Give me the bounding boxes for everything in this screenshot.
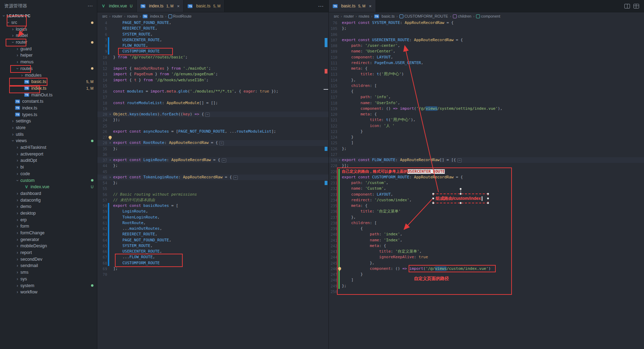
line-number[interactable]: 106 bbox=[329, 32, 337, 37]
sidebar-item-sys[interactable]: ›sys bbox=[0, 276, 97, 283]
code-text[interactable]: RootRoute, bbox=[113, 220, 146, 226]
code-text[interactable]: { bbox=[342, 226, 363, 231]
code-line-25[interactable]: 25 bbox=[97, 123, 328, 129]
line-number[interactable]: 24 bbox=[97, 117, 107, 123]
selection-handle[interactable] bbox=[487, 202, 489, 204]
code-line-108[interactable]: 108 path: '/user-center', bbox=[329, 43, 644, 49]
code-text[interactable]: meta: { bbox=[342, 112, 377, 117]
line-number[interactable]: 56 bbox=[97, 192, 107, 197]
line-number[interactable]: 35 bbox=[97, 146, 107, 152]
code-text[interactable]: children: [ bbox=[342, 83, 377, 89]
fold-collapsed-icon[interactable]: › bbox=[107, 157, 113, 163]
code-line-105[interactable]: 105}; bbox=[329, 26, 644, 31]
sidebar-item-router[interactable]: ›router bbox=[0, 39, 97, 46]
code-text[interactable]: title: '自定义菜单', bbox=[342, 249, 422, 254]
code-line-232[interactable]: 232 name: 'Custom', bbox=[329, 186, 644, 191]
line-number[interactable]: 68 bbox=[97, 260, 107, 266]
line-number[interactable]: 116 bbox=[329, 89, 337, 94]
code-text[interactable]: export const SYSTEM_ROUTE: AppRouteRecor… bbox=[342, 20, 454, 26]
sidebar-item-bi[interactable]: ›bi bbox=[0, 164, 97, 171]
breadcrumb-item-routes[interactable]: routes bbox=[359, 14, 370, 18]
fold-collapsed-icon[interactable]: › bbox=[337, 157, 342, 163]
line-number[interactable]: 118 bbox=[329, 100, 337, 106]
breadcrumb-item-customform-route[interactable]: CUSTOMFORM_ROUTE bbox=[399, 14, 448, 18]
sidebar-item-types-ts[interactable]: TStypes.ts bbox=[0, 111, 97, 118]
sidebar-item-sendmail[interactable]: ›sendmail bbox=[0, 262, 97, 269]
code-line-14[interactable]: 14import { t } from '/@/hooks/web/useI18… bbox=[97, 77, 328, 83]
line-number[interactable]: 126 bbox=[329, 146, 337, 152]
line-number[interactable]: 248 bbox=[329, 277, 337, 283]
code-line-116[interactable]: 116 { bbox=[329, 89, 644, 94]
code-text[interactable]: CUSTOMFORM_ROUTE bbox=[113, 260, 160, 266]
line-number[interactable]: 37 bbox=[97, 157, 107, 163]
lightbulb-icon[interactable] bbox=[109, 136, 112, 139]
code-text[interactable]: FLOW_ROUTE, bbox=[113, 43, 148, 49]
code-line-235[interactable]: 235 meta: { bbox=[329, 203, 644, 209]
line-number[interactable]: 20 bbox=[97, 112, 107, 117]
line-number[interactable]: 228 bbox=[329, 163, 337, 169]
fold-collapsed-icon[interactable]: › bbox=[107, 174, 113, 180]
code-line-245[interactable]: 245 }, bbox=[329, 260, 644, 266]
code-line-27[interactable]: 27 bbox=[97, 134, 328, 140]
code-text[interactable]: }; bbox=[113, 180, 118, 186]
code-text[interactable]: // 未经许可的基本路由 bbox=[113, 197, 155, 203]
sidebar-item-index-ts[interactable]: TSindex.ts1, M bbox=[0, 85, 97, 92]
line-number[interactable]: 25 bbox=[97, 123, 107, 129]
code-line-110[interactable]: 110 component: LAYOUT, bbox=[329, 55, 644, 60]
sidebar-item-demo[interactable]: ›demo bbox=[0, 203, 97, 210]
sidebar-item-workflow[interactable]: ›workflow bbox=[0, 289, 97, 296]
line-number[interactable]: 26 bbox=[97, 129, 107, 134]
code-text[interactable]: export const asyncRoutes = [PAGE_NOT_FOU… bbox=[113, 129, 276, 134]
line-number[interactable]: 231 bbox=[329, 180, 337, 186]
code-text[interactable]: REDIRECT_ROUTE, bbox=[113, 231, 157, 237]
sidebar-item-system[interactable]: ›system bbox=[0, 282, 97, 289]
code-line-240[interactable]: 240 path: 'index', bbox=[329, 231, 644, 237]
code-line-125[interactable]: 125 ] bbox=[329, 140, 644, 146]
code-line-112[interactable]: 112 meta: { bbox=[329, 66, 644, 71]
code-text[interactable]: name: 'UserInfo', bbox=[342, 100, 400, 106]
code-line-242[interactable]: 242 meta: { bbox=[329, 243, 644, 249]
line-number[interactable]: 14 bbox=[97, 77, 107, 83]
code-line-124[interactable]: 124 } bbox=[329, 134, 644, 140]
code-text[interactable]: TokenLoginRoute, bbox=[113, 215, 160, 220]
lightbulb-icon[interactable] bbox=[338, 267, 341, 270]
line-number[interactable]: 69 bbox=[97, 266, 107, 272]
breadcrumb-item-children[interactable]: children bbox=[453, 14, 471, 18]
sidebar-item-mainout-ts[interactable]: TSmainOut.ts bbox=[0, 91, 97, 98]
tab-basic-ts[interactable]: TSbasic.ts5, M bbox=[184, 0, 225, 12]
tab-index-ts[interactable]: TSindex.ts1, M× bbox=[137, 0, 184, 12]
code-line-44[interactable]: 44}; bbox=[97, 163, 328, 169]
code-text[interactable]: path: '/custom', bbox=[342, 180, 388, 186]
sidebar-item-model[interactable]: ›model bbox=[0, 32, 97, 39]
code-line-106[interactable]: 106 bbox=[329, 32, 644, 37]
line-number[interactable]: 117 bbox=[329, 94, 337, 100]
sidebar-item-activereport[interactable]: ›activereport bbox=[0, 151, 97, 157]
code-line-111[interactable]: 111 redirect: PageEnum.USER_CENTER, bbox=[329, 60, 644, 66]
code-text[interactable]: } from '/@/router/routes/basic'; bbox=[113, 55, 188, 60]
line-number[interactable]: 36 bbox=[97, 152, 107, 157]
code-text[interactable]: import { mainOutRoutes } from './mainOut… bbox=[113, 66, 211, 71]
selection-handle[interactable] bbox=[460, 202, 462, 204]
code-line-18[interactable]: 18const routeModuleList: AppRouteModule[… bbox=[97, 100, 328, 106]
code-line-239[interactable]: 239 { bbox=[329, 226, 644, 231]
sidebar-item-index-vue[interactable]: Vindex.vueU bbox=[0, 184, 97, 190]
code-text[interactable]: ]; bbox=[113, 266, 118, 272]
tab-basic-ts[interactable]: TSbasic.ts5, M× bbox=[329, 0, 376, 12]
sidebar-item-learun-pc[interactable]: ›LEARUN PC bbox=[0, 13, 97, 19]
line-number[interactable]: 242 bbox=[329, 243, 337, 249]
line-number[interactable]: 13 bbox=[97, 71, 107, 77]
line-number[interactable]: 57 bbox=[97, 197, 107, 203]
line-number[interactable]: 235 bbox=[329, 203, 337, 209]
code-line-66[interactable]: 66 USERCENTER_ROUTE, bbox=[97, 249, 328, 254]
code-text[interactable]: meta: { bbox=[342, 203, 367, 209]
breadcrumb-item-src[interactable]: src bbox=[102, 14, 108, 18]
line-number[interactable]: 113 bbox=[329, 71, 337, 77]
line-number[interactable]: 115 bbox=[329, 83, 337, 89]
line-number[interactable]: 65 bbox=[97, 243, 107, 249]
code-text[interactable]: ...mainOutRoutes, bbox=[113, 226, 162, 231]
code-text[interactable]: }, bbox=[342, 260, 375, 266]
sidebar-item-report[interactable]: ›report bbox=[0, 249, 97, 256]
code-text[interactable]: }, bbox=[342, 77, 356, 83]
selection-handle[interactable] bbox=[432, 193, 434, 195]
code-text[interactable]: ignoreKeepAlive: true bbox=[342, 254, 428, 260]
